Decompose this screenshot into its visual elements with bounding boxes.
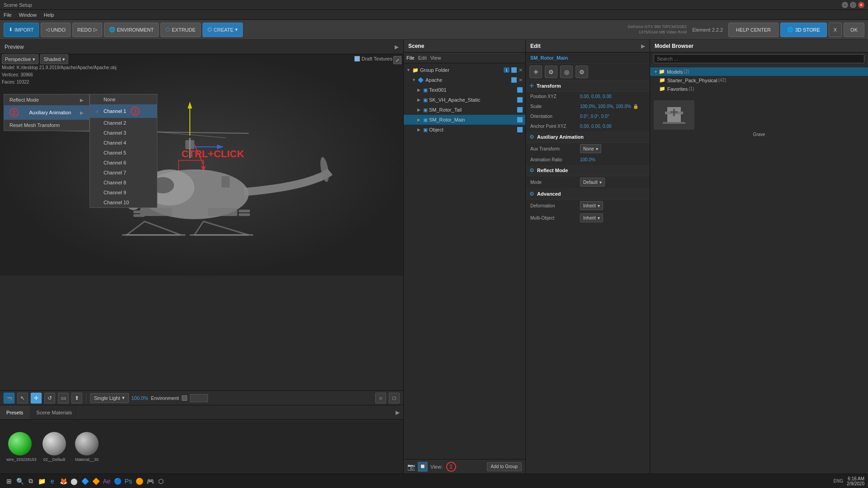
submenu-channel10[interactable]: Channel 10 — [90, 197, 157, 207]
scene-tab-edit[interactable]: Edit — [418, 55, 427, 61]
materials-arrow[interactable]: ▶ — [392, 409, 403, 416]
environment-button[interactable]: 🌐 ENVIRONMENT — [104, 23, 159, 37]
circle-view-button[interactable]: ○ — [375, 393, 386, 404]
maximize-button[interactable]: □ — [850, 2, 856, 8]
tree-item-apache[interactable]: ▼ 🔷 Apache ✕ — [404, 75, 525, 85]
position-value[interactable]: 0.00, 0.00, 0.00 — [580, 94, 612, 99]
edge-icon[interactable]: e — [47, 476, 58, 487]
environment-dot[interactable] — [182, 395, 187, 401]
reflect-mode-section-header[interactable]: ⚙ Reflect Mode — [526, 165, 650, 176]
orientation-value[interactable]: 0.0°, 0.0°, 0.0° — [580, 114, 609, 119]
env-slider[interactable] — [190, 394, 208, 402]
menu-help[interactable]: Help — [44, 12, 54, 18]
explorer-icon[interactable]: 📁 — [36, 476, 47, 487]
rotate-tool-button[interactable]: ↺ — [44, 393, 55, 404]
move-icon-btn[interactable]: ✛ — [529, 66, 542, 78]
firefox-icon[interactable]: 🦊 — [58, 476, 69, 487]
scene-tab-view[interactable]: View — [430, 55, 441, 61]
context-reflect-mode[interactable]: Reflect Mode ▶ — [4, 94, 89, 105]
mb-item-favorites[interactable]: 📁 Favorites (1) — [650, 84, 868, 93]
submenu-none[interactable]: None — [90, 94, 157, 104]
close-button[interactable]: X — [829, 23, 842, 37]
perspective-dropdown[interactable]: Perspective ▾ — [2, 54, 38, 64]
tree-item-sk-apache[interactable]: ▶ ▣ SK_VH_Apache_Static — [404, 95, 525, 105]
expand-viewport-button[interactable]: ⤢ — [393, 56, 401, 64]
submenu-channel2[interactable]: Channel 2 — [90, 118, 157, 128]
multi-object-dropdown[interactable]: Inherit ▾ — [580, 213, 603, 222]
tree-item-object[interactable]: ▶ ▣ Object — [404, 125, 525, 135]
submenu-channel7[interactable]: Channel 7 — [90, 168, 157, 178]
submenu-channel5[interactable]: Channel 5 — [90, 148, 157, 158]
add-to-group-button[interactable]: Add to Group — [487, 462, 522, 471]
start-button[interactable]: ⊞ — [4, 476, 14, 487]
undo-button[interactable]: ◁ UNDO — [41, 23, 71, 37]
camera-view-button[interactable]: 📹 — [4, 393, 14, 404]
app4-icon[interactable]: 🟠 — [134, 476, 145, 487]
aux-transform-dropdown[interactable]: None ▾ — [580, 144, 601, 153]
presets-tab[interactable]: Presets — [0, 405, 30, 420]
tree-item-text001[interactable]: ▶ ▣ Text001 — [404, 85, 525, 95]
mb-item-starter[interactable]: 📁 Starter_Pack_Physical (42) — [650, 76, 868, 84]
mode-dropdown[interactable]: Default ▾ — [580, 178, 605, 187]
search-taskbar-button[interactable]: 🔍 — [14, 476, 25, 487]
draft-textures-checkbox[interactable] — [354, 56, 360, 61]
material-item-0[interactable]: wire_153228153 — [6, 432, 33, 462]
light-percentage[interactable]: 100.0% — [132, 395, 148, 401]
context-reset-mesh[interactable]: Reset Mesh Transform — [4, 120, 89, 131]
material-item-2[interactable]: Material__30 — [75, 432, 99, 462]
add-tool-button[interactable]: ✛ — [31, 393, 42, 404]
tree-item-group-folder[interactable]: ▼ 📁 Group Folder 1 ✕ — [404, 65, 525, 75]
help-center-button[interactable]: HELP CENTER — [728, 23, 778, 37]
advanced-icon-btn[interactable]: ⚙ — [576, 66, 588, 78]
tree-toggle-btn[interactable]: 1 — [504, 67, 509, 73]
submenu-channel6[interactable]: Channel 6 — [90, 158, 157, 168]
ok-button[interactable]: OK — [844, 23, 864, 37]
mb-item-models[interactable]: ▼ 📁 Models (2) — [650, 67, 868, 76]
ps-icon[interactable]: Ps — [123, 476, 134, 487]
import-button[interactable]: ⬇ IMPORT — [4, 23, 39, 37]
aux-anim-section-header[interactable]: ⚙ Auxiliary Animation — [526, 131, 650, 143]
submenu-channel9[interactable]: Channel 9 — [90, 188, 157, 197]
settings-icon-btn[interactable]: ⚙ — [545, 66, 557, 78]
anchor-value[interactable]: 0.00, 0.00, 0.00 — [580, 124, 612, 129]
advanced-section-header[interactable]: ⚙ Advanced — [526, 188, 650, 200]
upload-tool-button[interactable]: ⬆ — [71, 393, 82, 404]
tree-close-group[interactable]: ✕ — [519, 67, 523, 73]
menu-file[interactable]: File — [4, 12, 12, 18]
tree-close-apache[interactable]: ✕ — [519, 77, 523, 83]
shaded-dropdown[interactable]: Shaded ▾ — [40, 54, 68, 64]
select-tool-button[interactable]: ↖ — [17, 393, 28, 404]
menu-window[interactable]: Window — [19, 12, 37, 18]
taskview-button[interactable]: ⧉ — [25, 476, 36, 487]
app1-icon[interactable]: 🔷 — [80, 476, 90, 487]
context-aux-anim[interactable]: 2 Auxiliary Animation ▶ — [4, 105, 89, 120]
transform-section-header[interactable]: ✛ Transform — [526, 80, 650, 92]
create-button[interactable]: ⬡ CREATE ▾ — [203, 23, 243, 37]
app6-icon[interactable]: ⬡ — [156, 476, 166, 487]
scene-tab-file[interactable]: File — [406, 55, 415, 61]
scene-materials-tab[interactable]: Scene Materials — [30, 405, 79, 420]
scene-icon-btn-1[interactable]: 🔲 — [418, 462, 428, 472]
tree-item-rotor-main[interactable]: ▶ ▣ SM_Rotor_Main — [404, 115, 525, 125]
material-icon-btn[interactable]: ◎ — [560, 66, 573, 78]
3d-store-button[interactable]: 🌐 3D STORE — [780, 23, 827, 37]
tree-item-rotor-tail[interactable]: ▶ ▣ SM_Rotor_Tail — [404, 105, 525, 115]
edit-expand-arrow[interactable]: ▶ — [641, 43, 645, 49]
app2-icon[interactable]: 🔶 — [90, 476, 101, 487]
app3-icon[interactable]: 🔵 — [112, 476, 123, 487]
square-view-button[interactable]: □ — [389, 393, 400, 404]
submenu-channel1[interactable]: ✓ Channel 1 3 — [90, 104, 157, 118]
redo-button[interactable]: REDO ▷ — [72, 23, 102, 37]
anim-ratio-value[interactable]: 100.0% — [580, 157, 595, 162]
camera-icon[interactable]: 📷 — [407, 463, 415, 470]
window-close-button[interactable]: ✕ — [858, 2, 864, 8]
viewport-arrow[interactable]: ▶ — [395, 44, 399, 50]
extrude-button[interactable]: ⬡ EXTRUDE — [160, 23, 201, 37]
frame-tool-button[interactable]: ▭ — [58, 393, 69, 404]
submenu-channel4[interactable]: Channel 4 — [90, 138, 157, 148]
scale-lock-icon[interactable]: 🔒 — [633, 104, 638, 109]
chrome-icon[interactable]: ⬤ — [69, 476, 80, 487]
minimize-button[interactable]: ─ — [842, 2, 848, 8]
submenu-channel3[interactable]: Channel 3 — [90, 128, 157, 138]
scale-value[interactable]: 100.0%, 100.0%, 100.0% — [580, 104, 631, 109]
